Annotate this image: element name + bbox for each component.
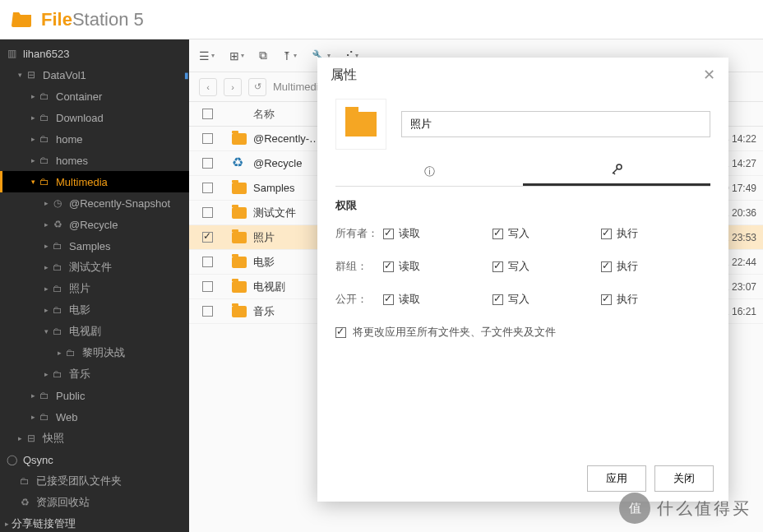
dialog-tabs: ⓘ (335, 158, 710, 187)
nav-back-button[interactable]: ‹ (199, 78, 217, 96)
tree-public[interactable]: ▸ 🗀 Public (0, 385, 189, 406)
tree-label: 测试文件 (69, 260, 189, 275)
tree-label: home (56, 133, 189, 146)
row-checkbox[interactable] (202, 158, 213, 169)
tree-label: 已接受团队文件夹 (36, 474, 189, 488)
folder-icon (232, 183, 247, 194)
folder-icon (232, 232, 247, 243)
tree-movies[interactable]: ▸ 🗀 电影 (0, 299, 189, 321)
row-checkbox[interactable] (202, 207, 213, 218)
sidebar: ▥ lihan6523 ▾ ⊟ DataVol1 ▮ ▸ 🗀 Container… (0, 39, 189, 532)
row-checkbox[interactable] (202, 281, 213, 292)
tree-home[interactable]: ▸ 🗀 home (0, 128, 189, 150)
tree-samples[interactable]: ▸ 🗀 Samples (0, 235, 189, 257)
tree-snapshot[interactable]: ▸ ⊟ 快照 (0, 428, 189, 449)
nav-refresh-button[interactable]: ↺ (248, 78, 266, 96)
tree-music[interactable]: ▸ 🗀 音乐 (0, 363, 189, 385)
folder-icon (232, 207, 247, 219)
select-all-checkbox[interactable] (202, 109, 213, 119)
apply-recursive-label: 将更改应用至所有文件夹、子文件夹及文件 (353, 325, 556, 340)
tree-label: 资源回收站 (36, 495, 189, 510)
chevron-right-icon: ▸ (41, 263, 51, 271)
public-read-checkbox[interactable] (383, 294, 394, 305)
tab-permissions[interactable] (523, 158, 710, 186)
chevron-down-icon: ▾ (211, 52, 215, 59)
tree-label: 快照 (43, 431, 189, 446)
tree-datavol[interactable]: ▾ ⊟ DataVol1 ▮ (0, 64, 189, 86)
folder-icon: 🗀 (38, 155, 51, 166)
folder-icon: 🗀 (38, 90, 51, 102)
chevron-right-icon: ▸ (41, 220, 51, 229)
tree-root[interactable]: ▥ lihan6523 (0, 43, 189, 64)
tab-info[interactable]: ⓘ (335, 158, 523, 186)
nav-forward-button[interactable]: › (224, 78, 242, 96)
key-icon (610, 163, 623, 178)
group-read-checkbox[interactable] (383, 261, 394, 272)
tree-label: 照片 (69, 281, 189, 296)
tree-testfiles[interactable]: ▸ 🗀 测试文件 (0, 257, 189, 278)
folder-icon: 🗀 (51, 283, 64, 294)
tree-dawn[interactable]: ▸ 🗀 黎明决战 (0, 342, 189, 363)
folder-icon: 🗀 (38, 112, 51, 123)
chevron-right-icon: ▸ (54, 349, 64, 357)
tree-sharemgmt[interactable]: ▸ 分享链接管理 (0, 513, 189, 532)
group-execute-checkbox[interactable] (601, 261, 612, 272)
owner-write-checkbox[interactable] (492, 229, 503, 239)
section-permissions: 权限 (335, 198, 710, 213)
tree-qsync[interactable]: ◯ Qsync (0, 449, 189, 470)
chevron-right-icon: ▸ (41, 199, 51, 207)
tree-label: homes (56, 155, 189, 167)
upload-button[interactable]: ⤒▾ (282, 49, 297, 62)
tree-teamfolder[interactable]: 🗀 已接受团队文件夹 (0, 470, 189, 492)
tree-label: 黎明决战 (82, 345, 189, 360)
app-logo-icon (12, 9, 33, 30)
tree-label: Multimedia (56, 176, 189, 188)
tree-label: 电视剧 (69, 324, 189, 339)
info-icon: ⓘ (424, 164, 435, 179)
view-mode-button[interactable]: ☰▾ (199, 49, 215, 62)
owner-execute-checkbox[interactable] (601, 229, 612, 239)
close-icon[interactable]: ✕ (703, 66, 715, 84)
sync-icon: ◯ (5, 454, 18, 465)
row-checkbox[interactable] (202, 257, 213, 267)
tree-label: @Recycle (69, 219, 189, 231)
tree-photos[interactable]: ▸ 🗀 照片 (0, 278, 189, 299)
apply-recursive-row[interactable]: 将更改应用至所有文件夹、子文件夹及文件 (335, 325, 710, 340)
plus-icon: ⊞ (229, 49, 239, 62)
chevron-right-icon: ▸ (41, 370, 51, 378)
row-checkbox[interactable] (202, 183, 213, 193)
public-write-checkbox[interactable] (492, 294, 503, 305)
tree-recently-snapshot[interactable]: ▸ ◷ @Recently-Snapshot (0, 192, 189, 214)
folder-icon: 🗀 (64, 347, 77, 359)
tree-recyclestation[interactable]: ♻ 资源回收站 (0, 492, 189, 513)
group-write-checkbox[interactable] (492, 261, 503, 272)
close-button[interactable]: 关闭 (654, 465, 714, 492)
folder-name-input[interactable] (401, 111, 710, 137)
chevron-down-icon: ▾ (241, 52, 244, 59)
tree-label: lihan6523 (23, 48, 189, 60)
tree-label: 音乐 (69, 367, 189, 382)
snapshot-icon: ◷ (51, 197, 64, 209)
apply-button[interactable]: 应用 (587, 465, 646, 492)
owner-read-checkbox[interactable] (383, 229, 394, 239)
tree-homes[interactable]: ▸ 🗀 homes (0, 150, 189, 171)
row-checkbox[interactable] (202, 133, 213, 144)
tree-recycle[interactable]: ▸ ♻ @Recycle (0, 214, 189, 235)
public-execute-checkbox[interactable] (601, 294, 612, 305)
tree-download[interactable]: ▸ 🗀 Download (0, 107, 189, 128)
tree-tv[interactable]: ▾ 🗀 电视剧 (0, 321, 189, 342)
folder-icon: 🗀 (38, 390, 51, 401)
team-folder-icon: 🗀 (18, 475, 31, 487)
apply-recursive-checkbox[interactable] (335, 327, 346, 338)
tree-container[interactable]: ▸ 🗀 Container (0, 86, 189, 107)
tree-label: DataVol1 (43, 69, 179, 81)
list-icon: ☰ (199, 49, 210, 62)
row-checkbox[interactable] (202, 306, 213, 317)
dialog-title: 属性 (331, 67, 357, 84)
tree-web[interactable]: ▸ 🗀 Web (0, 406, 189, 428)
tree-multimedia[interactable]: ▾ 🗀 Multimedia (0, 171, 189, 192)
chevron-right-icon: ▸ (28, 413, 38, 421)
copy-button[interactable]: ⧉ (259, 49, 267, 62)
create-button[interactable]: ⊞▾ (229, 49, 244, 62)
row-checkbox[interactable] (202, 232, 213, 243)
